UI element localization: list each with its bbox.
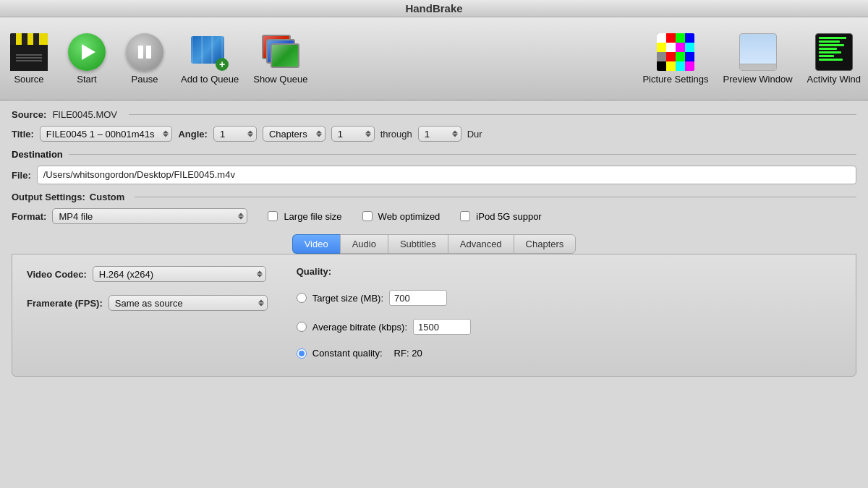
framerate-label: Framerate (FPS): xyxy=(27,298,103,309)
tab-video[interactable]: Video xyxy=(292,234,340,254)
quality-header: Quality: xyxy=(297,266,471,277)
avg-bitrate-radio[interactable] xyxy=(297,322,307,332)
codec-label: Video Codec: xyxy=(27,269,87,280)
tab-advanced[interactable]: Advanced xyxy=(448,234,514,254)
angle-value: 1 xyxy=(220,129,225,140)
duration-label: Dur xyxy=(467,129,482,140)
tab-audio[interactable]: Audio xyxy=(340,234,388,254)
file-row: File: /Users/whitsongordon/Desktop/FILE0… xyxy=(12,166,856,184)
output-settings-header: Output Settings: Custom xyxy=(12,192,856,202)
add-to-queue-button[interactable]: + Add to Queue xyxy=(181,33,239,85)
file-label: File: xyxy=(12,170,31,181)
pause-label: Pause xyxy=(132,74,158,85)
ipod-checkbox[interactable] xyxy=(460,211,470,221)
pause-button[interactable]: Pause xyxy=(123,33,166,85)
format-label: Format: xyxy=(12,211,46,222)
framerate-select[interactable]: Same as source xyxy=(109,295,268,311)
codec-value: H.264 (x264) xyxy=(99,269,153,280)
app-title: HandBrake xyxy=(0,0,868,17)
source-row: Source: FILE0045.MOV xyxy=(12,109,856,120)
source-field-label: Source: xyxy=(12,109,46,120)
output-settings-label: Output Settings: xyxy=(12,192,85,202)
format-select[interactable]: MP4 file xyxy=(52,208,247,224)
web-optimized-label: Web optimized xyxy=(378,211,441,222)
preview-window-button[interactable]: Preview Window xyxy=(723,33,793,85)
source-icon xyxy=(10,33,48,71)
target-size-row: Target size (MB): xyxy=(297,290,471,306)
tab-chapters[interactable]: Chapters xyxy=(514,234,576,254)
title-select[interactable]: FILE0045 1 – 00h01m41s xyxy=(40,126,173,142)
target-size-input[interactable] xyxy=(389,290,447,306)
add-queue-icon: + xyxy=(191,33,229,71)
picture-settings-label: Picture Settings xyxy=(642,74,708,85)
large-file-checkbox[interactable] xyxy=(268,211,278,221)
chapter-start-value: 1 xyxy=(338,129,343,140)
format-row: Format: MP4 file Large file size Web opt… xyxy=(12,208,856,224)
start-button[interactable]: Start xyxy=(65,33,109,85)
tabs-bar: Video Audio Subtitles Advanced Chapters xyxy=(12,234,856,254)
show-queue-button[interactable]: Show Queue xyxy=(253,33,307,85)
file-input[interactable]: /Users/whitsongordon/Desktop/FILE0045.m4… xyxy=(37,166,856,184)
angle-select[interactable]: 1 xyxy=(213,126,257,142)
activity-window-label: Activity Wind xyxy=(807,74,861,85)
ipod-label: iPod 5G suppor xyxy=(476,211,541,222)
picture-settings-button[interactable]: Picture Settings xyxy=(642,33,708,85)
add-queue-label: Add to Queue xyxy=(181,74,239,85)
framerate-value: Same as source xyxy=(115,298,183,309)
large-file-label: Large file size xyxy=(284,211,341,222)
start-icon xyxy=(68,33,106,71)
through-label: through xyxy=(380,129,412,140)
target-size-label: Target size (MB): xyxy=(312,293,383,304)
tab-subtitles[interactable]: Subtitles xyxy=(388,234,448,254)
source-label: Source xyxy=(14,74,43,85)
web-optimized-checkbox-row: Web optimized xyxy=(362,211,441,222)
picture-settings-icon xyxy=(657,33,694,71)
start-label: Start xyxy=(77,74,96,85)
main-content: Source: FILE0045.MOV Title: FILE0045 1 –… xyxy=(0,100,868,488)
show-queue-icon xyxy=(262,33,299,71)
codec-select[interactable]: H.264 (x264) xyxy=(93,266,266,282)
tabs-section: Video Audio Subtitles Advanced Chapters … xyxy=(12,234,856,377)
format-value: MP4 file xyxy=(59,211,93,222)
destination-section-header: Destination xyxy=(12,149,856,160)
avg-bitrate-row: Average bitrate (kbps): xyxy=(297,319,471,335)
destination-title: Destination xyxy=(12,149,63,160)
target-size-radio[interactable] xyxy=(297,293,307,303)
title-select-value: FILE0045 1 – 00h01m41s xyxy=(46,129,155,140)
quality-label: Quality: xyxy=(297,266,331,277)
angle-label: Angle: xyxy=(178,129,207,140)
show-queue-label: Show Queue xyxy=(253,74,307,85)
video-left-column: Video Codec: H.264 (x264) Framerate (FPS… xyxy=(27,266,268,364)
video-settings-columns: Video Codec: H.264 (x264) Framerate (FPS… xyxy=(27,266,841,364)
avg-bitrate-input[interactable] xyxy=(413,319,471,335)
constant-quality-value: RF: 20 xyxy=(394,348,422,359)
title-row: Title: FILE0045 1 – 00h01m41s Angle: 1 C… xyxy=(12,126,856,142)
output-settings-preset: Custom xyxy=(90,192,124,202)
preview-window-icon xyxy=(739,33,777,71)
activity-window-icon xyxy=(815,33,853,71)
codec-row: Video Codec: H.264 (x264) xyxy=(27,266,268,282)
constant-quality-row: Constant quality: RF: 20 xyxy=(297,348,471,359)
chapters-value: Chapters xyxy=(269,129,307,140)
avg-bitrate-label: Average bitrate (kbps): xyxy=(312,322,407,333)
chapter-end-select[interactable]: 1 xyxy=(418,126,461,142)
activity-window-button[interactable]: Activity Wind xyxy=(807,33,861,85)
chapters-select[interactable]: Chapters xyxy=(263,126,326,142)
constant-quality-radio[interactable] xyxy=(297,348,307,359)
source-button[interactable]: Source xyxy=(7,33,51,85)
video-right-column: Quality: Target size (MB): Average bitra… xyxy=(297,266,471,364)
video-tab-panel: Video Codec: H.264 (x264) Framerate (FPS… xyxy=(12,254,856,377)
pause-icon xyxy=(126,33,163,71)
toolbar: Source Start Pause + Add to Queue xyxy=(0,17,868,100)
constant-quality-label: Constant quality: xyxy=(312,348,383,359)
framerate-row: Framerate (FPS): Same as source xyxy=(27,295,268,311)
chapter-start-select[interactable]: 1 xyxy=(331,126,375,142)
ipod-checkbox-row: iPod 5G suppor xyxy=(460,211,541,222)
source-value: FILE0045.MOV xyxy=(52,109,117,120)
preview-window-label: Preview Window xyxy=(723,74,793,85)
web-optimized-checkbox[interactable] xyxy=(362,211,373,221)
chapter-end-value: 1 xyxy=(425,129,430,140)
large-file-checkbox-row: Large file size xyxy=(268,211,341,222)
title-field-label: Title: xyxy=(12,129,34,140)
